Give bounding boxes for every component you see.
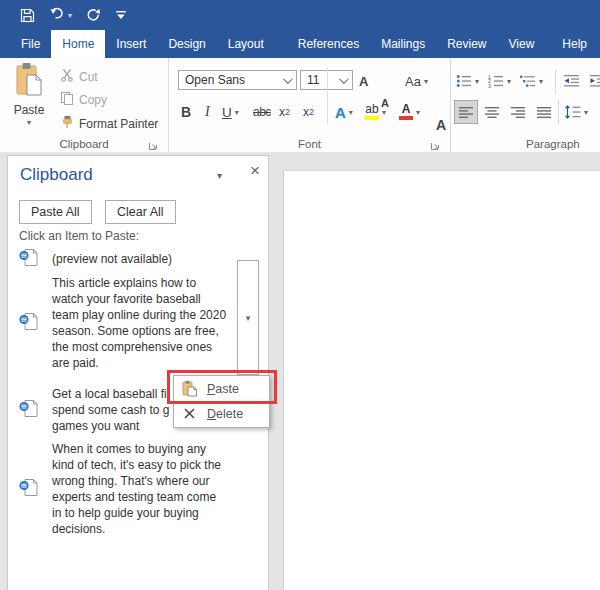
cut-label: Cut: [79, 70, 98, 84]
tab-view[interactable]: View: [498, 30, 546, 58]
tab-help[interactable]: Help: [551, 30, 598, 58]
dropdown-arrow-icon: ▾: [507, 77, 511, 86]
paste-button[interactable]: Paste ▾: [5, 62, 53, 142]
font-size-value: 11: [307, 73, 319, 87]
delete-menu-label: elete: [216, 407, 243, 421]
delete-x-icon: [179, 407, 199, 420]
clipboard-item[interactable]: This article explains how to watch your …: [18, 272, 262, 374]
paste-dropdown-icon[interactable]: ▾: [27, 118, 31, 127]
subscript-mark: 2: [285, 107, 290, 117]
dropdown-arrow-icon: ▾: [539, 77, 543, 86]
document-page[interactable]: [283, 170, 600, 590]
format-painter-button[interactable]: Format Painter: [60, 115, 158, 132]
font-name-combobox[interactable]: Open Sans: [178, 70, 297, 90]
tab-insert[interactable]: Insert: [105, 30, 157, 58]
text-highlight-button[interactable]: ab ▾: [365, 100, 386, 124]
ribbon-group-clipboard: Paste ▾ Cut Copy Format Painter Clipboar…: [0, 58, 169, 152]
font-group-label: Font: [169, 138, 450, 150]
paste-all-button[interactable]: Paste All: [19, 200, 92, 224]
word-document-icon: [18, 312, 40, 335]
paste-icon: [15, 62, 43, 101]
ribbon: Paste ▾ Cut Copy Format Painter Clipboar…: [0, 58, 600, 153]
clipboard-item-text: (preview not available): [52, 251, 254, 267]
workspace: Clipboard ▾ × Paste All Clear All Click …: [0, 152, 600, 590]
align-left-button[interactable]: [454, 100, 478, 124]
font-color-label: A: [402, 104, 411, 115]
redo-icon[interactable]: [86, 8, 101, 23]
font-dialog-launcher-icon[interactable]: [430, 137, 441, 148]
change-case-label: Aa: [405, 74, 421, 89]
dropdown-arrow-icon: ▾: [235, 108, 239, 117]
cut-button[interactable]: Cut: [60, 68, 98, 85]
undo-dropdown-icon[interactable]: ▾: [68, 11, 72, 20]
italic-button[interactable]: I: [205, 100, 210, 124]
quick-access-toolbar: ▾: [0, 6, 127, 24]
paragraph-group-label: Paragraph: [491, 138, 600, 150]
ribbon-group-paragraph: ▾ 123 ▾ ▾ ▾: [451, 58, 600, 152]
subscript-button[interactable]: x2: [279, 100, 290, 124]
undo-icon: [49, 6, 65, 24]
underline-button[interactable]: U▾: [222, 100, 239, 124]
undo-button[interactable]: ▾: [49, 6, 72, 24]
underline-label: U: [222, 105, 232, 120]
word-document-icon: [18, 248, 40, 271]
customize-quick-access-toolbar-icon[interactable]: [115, 10, 127, 20]
dropdown-arrow-icon: ▾: [246, 313, 251, 323]
pane-options-dropdown-icon[interactable]: ▾: [217, 170, 222, 181]
clipboard-task-pane: Clipboard ▾ × Paste All Clear All Click …: [7, 155, 269, 590]
clipboard-pane-title: Clipboard: [20, 165, 93, 185]
numbering-button[interactable]: 123 ▾: [488, 70, 511, 92]
ribbon-tab-bar: File Home Insert Design Layout Reference…: [0, 30, 600, 58]
bold-button[interactable]: B: [181, 100, 191, 124]
highlight-color-bar: [365, 116, 379, 120]
decrease-indent-button[interactable]: [563, 70, 580, 92]
tab-mailings[interactable]: Mailings: [370, 30, 436, 58]
clipboard-dialog-launcher-icon[interactable]: [148, 137, 159, 148]
red-highlight-annotation: [167, 370, 277, 404]
clipboard-item[interactable]: (preview not available): [18, 244, 262, 274]
paste-button-label: Paste: [14, 103, 45, 117]
increase-indent-button[interactable]: [589, 70, 600, 92]
align-center-button[interactable]: [480, 100, 504, 124]
dropdown-arrow-icon: ▾: [584, 108, 588, 117]
chevron-down-icon: [283, 74, 293, 84]
save-icon[interactable]: [20, 8, 35, 23]
pane-instruction-text: Click an Item to Paste:: [19, 229, 139, 243]
strikethrough-button[interactable]: abc: [253, 100, 271, 124]
dropdown-arrow-icon: ▾: [349, 108, 353, 117]
highlight-label: ab: [365, 104, 378, 115]
dropdown-arrow-icon: ▾: [475, 77, 479, 86]
clear-all-button[interactable]: Clear All: [105, 200, 176, 224]
tab-review[interactable]: Review: [436, 30, 497, 58]
tab-layout[interactable]: Layout: [217, 30, 275, 58]
context-menu-delete[interactable]: Delete: [174, 401, 269, 426]
grow-font-label: A: [359, 74, 368, 89]
text-effects-button[interactable]: A▾: [335, 100, 353, 124]
change-case-button[interactable]: Aa▾: [405, 70, 428, 92]
clipboard-item-dropdown-button[interactable]: ▾: [237, 260, 259, 375]
text-effects-label: A: [335, 104, 346, 121]
multilevel-list-button[interactable]: ▾: [520, 70, 543, 92]
align-right-button[interactable]: [506, 100, 530, 124]
word-document-icon: [18, 399, 40, 422]
line-spacing-button[interactable]: ▾: [564, 100, 588, 124]
pane-close-icon[interactable]: ×: [250, 162, 260, 180]
format-painter-icon: [60, 115, 74, 132]
copy-button[interactable]: Copy: [60, 91, 107, 108]
font-color-bar: [399, 116, 413, 120]
clipboard-item-text: This article explains how to watch your …: [52, 275, 254, 371]
clipboard-group-label: Clipboard: [0, 138, 168, 150]
superscript-button[interactable]: x2: [303, 100, 314, 124]
dropdown-arrow-icon: ▾: [416, 108, 420, 117]
font-color-button[interactable]: A ▾: [399, 100, 420, 124]
tab-home[interactable]: Home: [51, 30, 105, 58]
tab-design[interactable]: Design: [157, 30, 216, 58]
svg-text:3: 3: [488, 83, 491, 89]
clipboard-item[interactable]: When it comes to buying any kind of tech…: [18, 439, 262, 539]
tab-references[interactable]: References: [287, 30, 370, 58]
justify-button[interactable]: [532, 100, 556, 124]
word-document-icon: [18, 478, 40, 501]
tab-file[interactable]: File: [10, 30, 51, 58]
font-name-value: Open Sans: [185, 73, 245, 87]
bullets-button[interactable]: ▾: [456, 70, 479, 92]
